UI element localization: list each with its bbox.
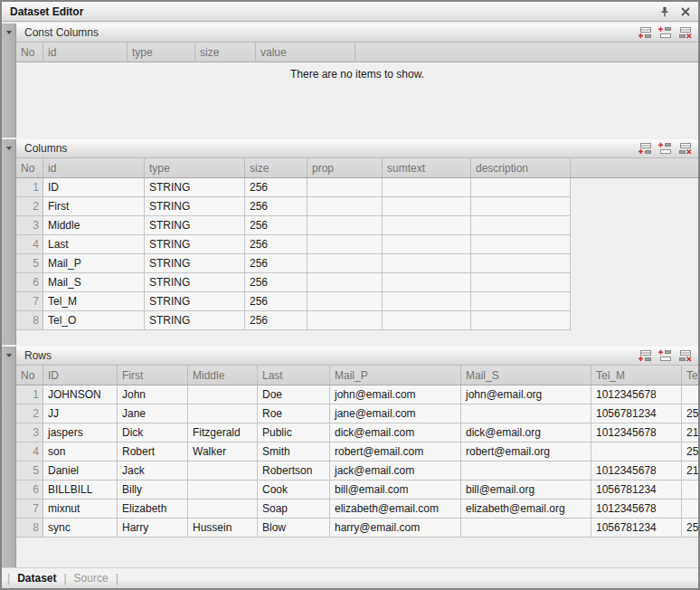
close-icon[interactable] [680,6,691,17]
cell[interactable]: STRING [145,235,245,254]
cell[interactable]: elizabeth@email.com [330,500,461,519]
column-header[interactable]: size [195,43,256,62]
cell[interactable] [307,197,383,216]
cell[interactable]: 256 [245,254,307,273]
cell[interactable]: son [43,442,118,462]
cell[interactable]: First [43,197,145,216]
row-number-cell[interactable]: 3 [16,216,43,235]
cell[interactable]: JOHNSON [43,385,118,404]
row-number-cell[interactable]: 7 [16,292,43,311]
cell[interactable] [471,311,571,330]
cell[interactable] [383,178,471,197]
cell[interactable]: 1056781234 [591,481,682,500]
cell[interactable]: Tel_O [43,311,145,330]
pin-icon[interactable] [659,6,670,17]
cell[interactable]: John [118,385,188,404]
row-number-cell[interactable]: 8 [16,519,43,538]
cell[interactable] [188,462,258,481]
cell[interactable] [383,273,471,292]
cell[interactable]: STRING [145,178,245,197]
cell[interactable] [383,216,471,235]
cell[interactable]: Jane [118,404,188,423]
cell[interactable]: 256 [245,235,307,254]
add-row-icon[interactable] [638,142,653,155]
cell[interactable] [383,235,471,254]
cell[interactable]: jack@email.com [330,462,461,481]
collapse-arrow-icon[interactable] [6,31,12,34]
cell[interactable]: Fitzgerald [188,423,258,442]
insert-row-icon[interactable] [657,26,673,39]
column-header[interactable]: type [128,43,195,62]
row-number-cell[interactable]: 2 [16,197,43,216]
cell[interactable] [461,462,591,481]
row-number-cell[interactable]: 2 [16,404,43,423]
cell[interactable]: bill@email.org [461,481,591,500]
cell[interactable]: harry@email.com [330,519,461,538]
cell[interactable]: Public [258,423,330,442]
delete-row-icon[interactable] [677,26,693,39]
cell[interactable]: Cook [258,481,330,500]
row-number-cell[interactable]: 7 [16,500,43,519]
cell[interactable] [188,404,258,423]
cell[interactable]: 1012345678 [591,423,682,442]
cell[interactable] [471,197,571,216]
tab-dataset[interactable]: Dataset [17,572,56,585]
delete-row-icon[interactable] [677,349,693,362]
column-header[interactable]: Middle [188,366,258,385]
insert-row-icon[interactable] [657,142,673,155]
column-header[interactable]: No [16,158,43,178]
column-header[interactable]: value [256,43,355,62]
cell[interactable]: Doe [258,385,330,404]
cell[interactable] [307,235,383,254]
column-header[interactable]: First [118,366,188,385]
cell[interactable]: Smith [258,442,330,462]
cell[interactable] [471,273,571,292]
cell[interactable]: Blow [258,519,330,538]
cell[interactable]: 256 [245,292,307,311]
collapse-arrow-icon[interactable] [6,354,12,357]
cell[interactable]: Hussein [188,519,258,538]
row-number-cell[interactable]: 1 [16,385,43,404]
cell[interactable]: BILLBILL [43,481,118,500]
column-header[interactable]: id [43,43,128,62]
column-header[interactable]: Tel_M [591,366,682,385]
cell[interactable]: STRING [145,254,245,273]
row-number-cell[interactable]: 8 [16,311,43,330]
cell[interactable]: 256 [245,273,307,292]
cell[interactable] [682,385,700,404]
cell[interactable]: jaspers [43,423,118,442]
cell[interactable]: 212345678 [682,423,700,442]
cell[interactable]: 256781234 [682,404,700,423]
cell[interactable]: john@email.org [461,385,591,404]
cell[interactable]: Harry [118,519,188,538]
delete-row-icon[interactable] [677,142,693,155]
cell[interactable]: Tel_M [43,292,145,311]
column-header[interactable]: type [145,158,245,178]
row-number-cell[interactable]: 3 [16,423,43,442]
cell[interactable]: Middle [43,216,145,235]
column-header[interactable]: ID [43,366,118,385]
cell[interactable]: 256 [245,197,307,216]
cell[interactable]: bill@email.com [330,481,461,500]
row-number-cell[interactable]: 5 [16,254,43,273]
cell[interactable] [307,273,383,292]
cell[interactable]: elizabeth@email.org [461,500,591,519]
cell[interactable]: JJ [43,404,118,423]
cell[interactable] [307,216,383,235]
column-header[interactable]: No [16,43,43,62]
row-number-cell[interactable]: 4 [16,235,43,254]
column-header[interactable]: Mail_P [330,366,461,385]
cell[interactable]: Mail_P [43,254,145,273]
row-number-cell[interactable]: 6 [16,481,43,500]
row-number-cell[interactable]: 1 [16,178,43,197]
cell[interactable]: robert@email.com [330,442,461,462]
cell[interactable] [471,216,571,235]
cell[interactable]: Robertson [258,462,330,481]
collapse-gutter[interactable] [2,139,16,345]
cell[interactable]: STRING [145,311,245,330]
cell[interactable] [471,292,571,311]
cell[interactable]: Mail_S [43,273,145,292]
cell[interactable] [383,311,471,330]
cell[interactable]: Robert [118,442,188,462]
cell[interactable]: Roe [258,404,330,423]
